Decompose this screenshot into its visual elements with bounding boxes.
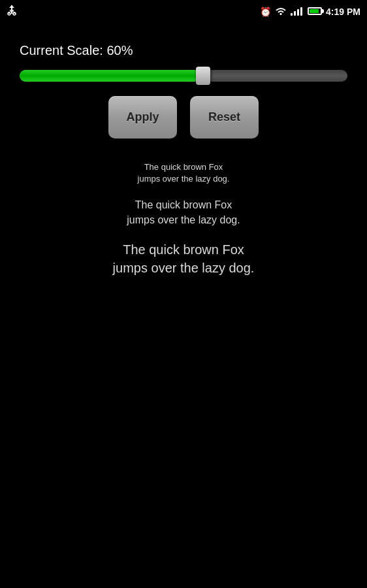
button-row: Apply Reset <box>20 96 347 139</box>
sample-text-medium-line2: jumps over the lazy dog. <box>33 213 334 227</box>
scale-label: Current Scale: 60% <box>20 43 347 58</box>
status-right-icons: ⏰ 4:19 PM <box>260 7 360 18</box>
sample-texts: The quick brown Fox jumps over the lazy … <box>20 161 347 277</box>
svg-marker-1 <box>9 5 14 8</box>
battery-icon <box>306 7 322 17</box>
sample-text-small-line1: The quick brown Fox <box>33 161 334 173</box>
signal-icon <box>291 7 302 18</box>
status-left-icons <box>7 5 17 19</box>
svg-point-8 <box>280 13 282 15</box>
status-bar: ⏰ 4:19 PM <box>0 0 367 24</box>
main-content: Current Scale: 60% Apply Reset The quick… <box>0 24 367 290</box>
wifi-icon <box>275 7 287 18</box>
alarm-icon: ⏰ <box>260 7 271 17</box>
slider-track <box>20 70 347 82</box>
sample-text-large-line1: The quick brown Fox <box>33 240 334 259</box>
reset-button[interactable]: Reset <box>190 96 259 139</box>
slider-container <box>20 70 347 82</box>
sample-text-small: The quick brown Fox jumps over the lazy … <box>33 161 334 185</box>
sample-text-small-line2: jumps over the lazy dog. <box>33 173 334 185</box>
apply-button[interactable]: Apply <box>108 96 177 139</box>
status-time: 4:19 PM <box>326 7 360 17</box>
sample-text-medium: The quick brown Fox jumps over the lazy … <box>33 198 334 227</box>
sample-text-large: The quick brown Fox jumps over the lazy … <box>33 240 334 277</box>
usb-icon <box>7 5 17 19</box>
sample-text-large-line2: jumps over the lazy dog. <box>33 259 334 277</box>
sample-text-medium-line1: The quick brown Fox <box>33 198 334 212</box>
